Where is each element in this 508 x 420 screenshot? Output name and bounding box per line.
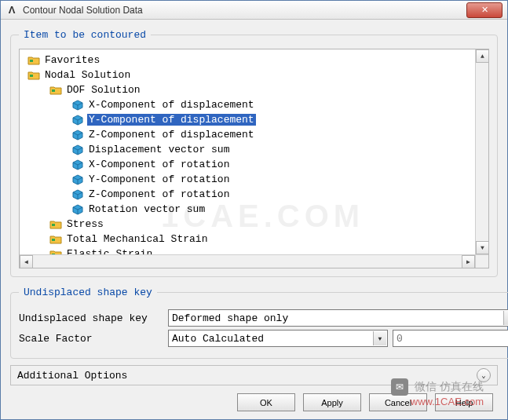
folder-icon xyxy=(49,219,62,230)
tree-item-label: Total Mechanical Strain xyxy=(65,233,209,245)
button-row: OK Apply Cancel Help xyxy=(10,390,498,415)
chevron-right-icon: ▶ xyxy=(466,258,470,265)
dropdown-icon: ▼ xyxy=(503,311,508,325)
tree-item[interactable]: Elastic Strain xyxy=(23,247,472,254)
svg-rect-0 xyxy=(30,60,33,62)
chevron-down-icon: ⌄ xyxy=(481,371,485,380)
expand-button[interactable]: ⌄ xyxy=(477,368,491,382)
scale-factor-row: Scale Factor Auto Calculated ▼ xyxy=(19,330,508,347)
tree-item[interactable]: DOF Solution xyxy=(23,82,472,97)
tree-item-label: Y-Component of rotation xyxy=(87,173,231,185)
cube-icon xyxy=(71,159,84,170)
client-area: Item to be contoured FavoritesNodal Solu… xyxy=(1,20,507,419)
tree-item[interactable]: Total Mechanical Strain xyxy=(23,232,472,247)
scroll-up-button[interactable]: ▲ xyxy=(476,49,489,63)
dropdown-value: Auto Calculated xyxy=(172,333,264,345)
item-to-be-contoured-group: Item to be contoured FavoritesNodal Solu… xyxy=(10,29,498,277)
app-icon: Λ xyxy=(5,4,18,16)
svg-rect-20 xyxy=(52,239,55,241)
window-title: Contour Nodal Solution Data xyxy=(23,5,466,16)
tree-item[interactable]: Stress xyxy=(23,217,472,232)
tree-item-label: Stress xyxy=(65,218,105,230)
dropdown-icon: ▼ xyxy=(373,331,386,345)
tree-item[interactable]: Rotation vector sum xyxy=(23,202,472,217)
tree-item-label: DOF Solution xyxy=(65,84,142,96)
undisplaced-shape-key-group: Undisplaced shape key Undisplaced shape … xyxy=(10,287,508,359)
tree-item-label: Rotation vector sum xyxy=(87,203,206,215)
folder-icon xyxy=(49,249,62,255)
cube-icon xyxy=(71,100,84,111)
horizontal-scrollbar[interactable]: ◀ ▶ xyxy=(20,254,475,268)
cube-icon xyxy=(71,189,84,200)
tree-item[interactable]: X-Component of rotation xyxy=(23,157,472,172)
folder-icon xyxy=(49,85,62,96)
tree-item[interactable]: Y-Component of rotation xyxy=(23,172,472,187)
cube-icon xyxy=(71,130,84,141)
cube-icon xyxy=(71,204,84,215)
scale-factor-label: Scale Factor xyxy=(19,333,168,345)
tree-panel: FavoritesNodal SolutionDOF SolutionX-Com… xyxy=(19,49,489,268)
dialog-window: Λ Contour Nodal Solution Data ✕ Item to … xyxy=(0,0,508,420)
tree-item[interactable]: Favorites xyxy=(23,53,472,68)
folder-icon xyxy=(49,234,62,245)
group-legend: Undisplaced shape key xyxy=(19,287,157,298)
shape-key-row: Undisplaced shape key Deformed shape onl… xyxy=(19,309,508,327)
tree-item[interactable]: X-Component of displacement xyxy=(23,97,472,112)
cube-icon xyxy=(71,115,84,126)
help-button[interactable]: Help xyxy=(435,393,493,411)
chevron-left-icon: ◀ xyxy=(24,258,28,265)
close-button[interactable]: ✕ xyxy=(466,2,503,18)
folder-icon xyxy=(27,70,40,81)
scale-factor-dropdown[interactable]: Auto Calculated ▼ xyxy=(168,330,388,347)
dropdown-value: Deformed shape only xyxy=(172,312,288,324)
chevron-down-icon: ▼ xyxy=(481,244,484,251)
treeview[interactable]: FavoritesNodal SolutionDOF SolutionX-Com… xyxy=(20,49,475,254)
tree-item[interactable]: Y-Component of displacement xyxy=(23,112,472,127)
group-legend: Item to be contoured xyxy=(19,29,151,41)
tree-item[interactable]: Z-Component of rotation xyxy=(23,187,472,202)
tree-item[interactable]: Z-Component of displacement xyxy=(23,127,472,142)
cancel-button[interactable]: Cancel xyxy=(369,393,427,411)
tree-item-label: Nodal Solution xyxy=(43,69,132,81)
tree-item-label: Y-Component of displacement xyxy=(87,114,256,126)
svg-rect-2 xyxy=(52,89,55,92)
tree-item-label: X-Component of displacement xyxy=(87,99,256,111)
additional-options-label: Additional Options xyxy=(17,370,127,382)
apply-button[interactable]: Apply xyxy=(303,393,361,411)
svg-rect-1 xyxy=(30,75,33,77)
ok-button[interactable]: OK xyxy=(237,393,295,411)
vertical-scrollbar[interactable]: ▲ ▼ xyxy=(475,49,488,254)
tree-item-label: Z-Component of rotation xyxy=(87,188,231,200)
svg-rect-19 xyxy=(52,224,55,226)
tree-item-label: Favorites xyxy=(43,54,101,66)
scroll-corner xyxy=(475,254,488,268)
tree-item-label: Elastic Strain xyxy=(65,248,154,254)
hscroll-track[interactable] xyxy=(33,255,462,268)
scroll-left-button[interactable]: ◀ xyxy=(20,255,33,268)
scale-factor-input[interactable] xyxy=(393,330,508,347)
titlebar[interactable]: Λ Contour Nodal Solution Data ✕ xyxy=(1,1,507,20)
scroll-down-button[interactable]: ▼ xyxy=(476,241,489,254)
folder-icon xyxy=(27,55,40,66)
cube-icon xyxy=(71,174,84,185)
scroll-right-button[interactable]: ▶ xyxy=(462,255,475,268)
vscroll-track[interactable] xyxy=(476,63,488,241)
additional-options-bar[interactable]: Additional Options ⌄ xyxy=(10,365,498,385)
tree-item-label: Displacement vector sum xyxy=(87,144,231,155)
cube-icon xyxy=(71,144,84,155)
shape-key-label: Undisplaced shape key xyxy=(19,312,168,324)
chevron-up-icon: ▲ xyxy=(481,53,484,60)
tree-item[interactable]: Displacement vector sum xyxy=(23,142,472,157)
tree-item[interactable]: Nodal Solution xyxy=(23,68,472,82)
tree-item-label: Z-Component of displacement xyxy=(87,129,256,141)
shape-key-dropdown[interactable]: Deformed shape only ▼ xyxy=(168,309,508,327)
tree-item-label: X-Component of rotation xyxy=(87,159,231,170)
close-icon: ✕ xyxy=(481,5,488,15)
